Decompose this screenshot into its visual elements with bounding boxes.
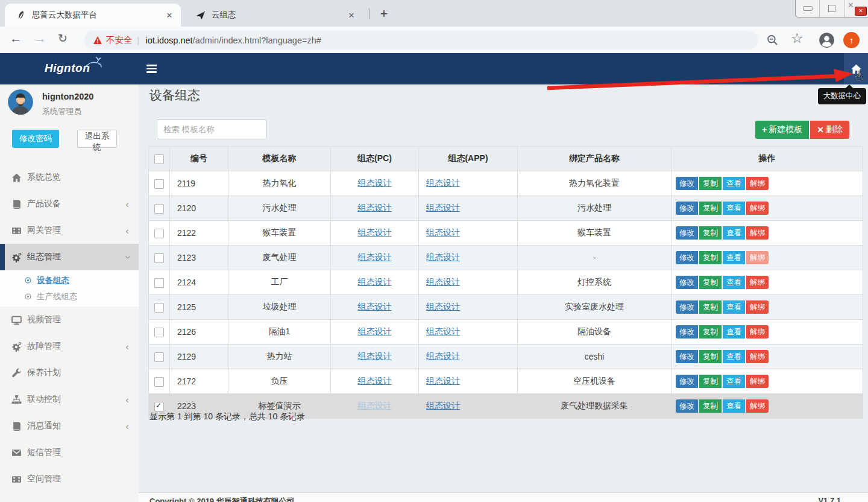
edit-button[interactable]: 修改 [676, 226, 698, 240]
minimize-button[interactable] [796, 0, 819, 17]
view-button[interactable]: 查看 [723, 276, 745, 289]
copy-button[interactable]: 复制 [699, 325, 722, 338]
edit-button[interactable]: 修改 [676, 399, 698, 413]
pc-design-link[interactable]: 组态设计 [358, 376, 392, 386]
copy-button[interactable]: 复制 [699, 202, 722, 215]
pc-design-link[interactable]: 组态设计 [358, 351, 392, 361]
zoom-out-icon[interactable] [767, 27, 778, 53]
sidebar-item[interactable]: 组态管理‹ [0, 244, 139, 270]
app-design-link[interactable]: 组态设计 [426, 401, 460, 410]
profile-avatar-icon[interactable] [819, 27, 835, 53]
copy-button[interactable]: 复制 [699, 177, 722, 190]
row-checkbox[interactable] [154, 377, 164, 387]
copy-button[interactable]: 复制 [699, 399, 722, 413]
unbind-button[interactable]: 解绑 [746, 202, 769, 215]
view-button[interactable]: 查看 [723, 177, 745, 190]
view-button[interactable]: 查看 [723, 202, 745, 215]
tab-close-icon[interactable]: ✕ [346, 11, 357, 20]
app-design-link[interactable]: 组态设计 [426, 203, 460, 212]
browser-tab-inactive[interactable]: 云组态 ✕ [184, 4, 363, 27]
browser-tab-active[interactable]: 思普云大数据平台 ✕ [5, 4, 181, 27]
copy-button[interactable]: 复制 [699, 251, 722, 264]
unbind-button[interactable]: 解绑 [746, 399, 769, 413]
logout-button[interactable]: 退出系统 [77, 130, 117, 148]
sidebar-item[interactable]: 保养计划 [0, 360, 139, 386]
pc-design-link[interactable]: 组态设计 [358, 326, 392, 336]
pc-design-link[interactable]: 组态设计 [358, 203, 392, 212]
row-checkbox[interactable] [154, 253, 164, 263]
unbind-button[interactable]: 解绑 [746, 177, 769, 190]
edit-button[interactable]: 修改 [676, 202, 698, 215]
copy-button[interactable]: 复制 [699, 226, 722, 240]
new-tab-button[interactable]: + [375, 5, 393, 23]
edit-button[interactable]: 修改 [676, 276, 698, 289]
address-bar[interactable]: 不安全 | iot.idosp.net /admin/index.html?la… [84, 31, 758, 49]
unbind-button[interactable]: 解绑 [746, 276, 769, 289]
edit-button[interactable]: 修改 [676, 251, 698, 264]
pc-design-link[interactable]: 组态设计 [358, 401, 392, 410]
sidebar-item[interactable]: 产品设备‹ [0, 191, 139, 217]
row-checkbox[interactable] [154, 204, 164, 214]
unbind-button[interactable]: 解绑 [746, 375, 769, 388]
app-design-link[interactable]: 组态设计 [426, 326, 460, 336]
restore-button[interactable] [819, 0, 843, 17]
tab-close-icon[interactable]: ✕ [164, 11, 175, 20]
bookmark-star-icon[interactable]: ☆ [791, 30, 804, 46]
unbind-button[interactable]: 解绑 [746, 226, 769, 240]
pc-design-link[interactable]: 组态设计 [358, 277, 392, 287]
view-button[interactable]: 查看 [723, 300, 745, 314]
app-design-link[interactable]: 组态设计 [426, 277, 460, 287]
new-template-button[interactable]: +新建模板 [755, 121, 809, 139]
copy-button[interactable]: 复制 [699, 350, 722, 363]
copy-button[interactable]: 复制 [699, 276, 722, 289]
edit-button[interactable]: 修改 [676, 350, 698, 363]
app-design-link[interactable]: 组态设计 [426, 178, 460, 188]
row-checkbox[interactable] [154, 328, 164, 337]
reload-icon[interactable]: ↻ [58, 31, 68, 45]
row-checkbox[interactable] [154, 278, 164, 288]
sidebar-item[interactable]: 空间管理 [0, 466, 139, 492]
pc-design-link[interactable]: 组态设计 [358, 302, 392, 311]
copy-button[interactable]: 复制 [699, 300, 722, 314]
app-design-link[interactable]: 组态设计 [426, 351, 460, 361]
app-design-link[interactable]: 组态设计 [426, 227, 460, 237]
sidebar-item[interactable]: 短信管理 [0, 439, 139, 466]
view-button[interactable]: 查看 [723, 399, 745, 413]
pc-design-link[interactable]: 组态设计 [358, 178, 392, 188]
view-button[interactable]: 查看 [723, 350, 745, 363]
copy-button[interactable]: 复制 [699, 375, 722, 388]
delete-button[interactable]: ✕删除 [810, 121, 849, 139]
sidebar-subitem[interactable]: 设备组态 [0, 272, 139, 288]
unbind-button[interactable]: 解绑 [746, 325, 769, 338]
unbind-button[interactable]: 解绑 [746, 350, 769, 363]
sidebar-item[interactable]: 视频管理 [0, 307, 139, 333]
sidebar-item[interactable]: 联动控制‹ [0, 386, 139, 413]
close-button[interactable]: ✕ ✕ [844, 0, 868, 17]
change-password-button[interactable]: 修改密码 [12, 130, 59, 148]
sidebar-item[interactable]: 网关管理‹ [0, 217, 139, 244]
sidebar-item[interactable]: 故障管理‹ [0, 333, 139, 360]
row-checkbox[interactable] [154, 352, 164, 362]
edit-button[interactable]: 修改 [676, 325, 698, 338]
forward-icon[interactable]: → [34, 31, 46, 46]
edit-button[interactable]: 修改 [676, 177, 698, 190]
view-button[interactable]: 查看 [723, 375, 745, 388]
browser-update-icon[interactable]: ↑ [843, 27, 860, 53]
edit-button[interactable]: 修改 [676, 375, 698, 388]
unbind-button[interactable]: 解绑 [746, 300, 769, 314]
back-icon[interactable]: ← [10, 31, 22, 46]
row-checkbox[interactable] [154, 229, 164, 238]
app-design-link[interactable]: 组态设计 [426, 252, 460, 262]
pc-design-link[interactable]: 组态设计 [358, 252, 392, 262]
hamburger-menu-icon[interactable] [146, 65, 157, 75]
row-checkbox[interactable] [154, 402, 164, 411]
sidebar-item[interactable]: 消息通知‹ [0, 413, 139, 439]
view-button[interactable]: 查看 [723, 251, 745, 264]
view-button[interactable]: 查看 [723, 325, 745, 338]
sidebar-subitem[interactable]: 生产线组态 [0, 288, 139, 305]
pc-design-link[interactable]: 组态设计 [358, 227, 392, 237]
sidebar-item[interactable]: 系统总览 [0, 164, 139, 191]
app-design-link[interactable]: 组态设计 [426, 376, 460, 386]
edit-button[interactable]: 修改 [676, 300, 698, 314]
unbind-button[interactable]: 解绑 [746, 251, 769, 264]
